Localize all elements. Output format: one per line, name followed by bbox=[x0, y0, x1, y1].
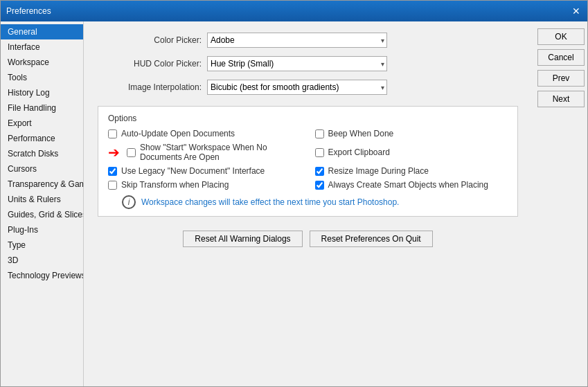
image-interpolation-select[interactable]: Bicubic (best for smooth gradients) bbox=[207, 80, 387, 95]
legacy-label[interactable]: Use Legacy "New Document" Interface bbox=[121, 166, 265, 176]
options-title: Options bbox=[108, 114, 508, 123]
beep-checkbox[interactable] bbox=[315, 129, 324, 138]
sidebar-item-units--rulers[interactable]: Units & Rulers bbox=[1, 192, 83, 207]
sidebar-item-tools[interactable]: Tools bbox=[1, 70, 83, 85]
sidebar-item-performance[interactable]: Performance bbox=[1, 131, 83, 146]
skip-transform-label[interactable]: Skip Transform when Placing bbox=[121, 180, 229, 190]
show-start-label[interactable]: Show "Start" Workspace When No Documents… bbox=[140, 143, 301, 162]
info-text: Workspace changes will take effect the n… bbox=[141, 197, 399, 207]
sidebar-item-transparency--gamut[interactable]: Transparency & Gamut bbox=[1, 177, 83, 192]
sidebar-item-guides-grid--slices[interactable]: Guides, Grid & Slices bbox=[1, 207, 83, 222]
color-picker-select-wrapper: Adobe ▾ bbox=[207, 33, 387, 48]
checkbox-smart-objects: Always Create Smart Objects when Placing bbox=[315, 180, 508, 190]
prev-button[interactable]: Prev bbox=[537, 70, 585, 87]
info-row: i Workspace changes will take effect the… bbox=[122, 195, 508, 209]
sidebar: GeneralInterfaceWorkspaceToolsHistory Lo… bbox=[1, 21, 84, 386]
cancel-button[interactable]: Cancel bbox=[537, 49, 585, 66]
image-interpolation-label: Image Interpolation: bbox=[98, 82, 202, 92]
sidebar-item-interface[interactable]: Interface bbox=[1, 39, 83, 55]
sidebar-item-scratch-disks[interactable]: Scratch Disks bbox=[1, 146, 83, 161]
checkbox-export-clipboard: Export Clipboard bbox=[315, 143, 508, 162]
hud-color-picker-row: HUD Color Picker: Hue Strip (Small) ▾ bbox=[98, 56, 518, 71]
reset-preferences-button[interactable]: Reset Preferences On Quit bbox=[310, 231, 433, 247]
checkbox-legacy: Use Legacy "New Document" Interface bbox=[108, 166, 301, 176]
sidebar-item-cursors[interactable]: Cursors bbox=[1, 161, 83, 177]
sidebar-item-plug-ins[interactable]: Plug-Ins bbox=[1, 222, 83, 237]
legacy-checkbox[interactable] bbox=[108, 167, 117, 176]
preferences-window: Preferences ✕ GeneralInterfaceWorkspaceT… bbox=[0, 0, 588, 387]
reset-warnings-button[interactable]: Reset All Warning Dialogs bbox=[183, 231, 302, 247]
next-button[interactable]: Next bbox=[537, 91, 585, 107]
content-area: GeneralInterfaceWorkspaceToolsHistory Lo… bbox=[1, 21, 587, 386]
options-group: Options Auto-Update Open Documents Beep … bbox=[98, 106, 518, 217]
sidebar-item-type[interactable]: Type bbox=[1, 237, 83, 253]
hud-color-picker-select[interactable]: Hue Strip (Small) bbox=[207, 56, 387, 71]
sidebar-item-file-handling[interactable]: File Handling bbox=[1, 100, 83, 116]
sidebar-item-3d[interactable]: 3D bbox=[1, 253, 83, 268]
action-buttons-row: Reset All Warning Dialogs Reset Preferen… bbox=[98, 231, 518, 247]
checkbox-show-start: ➔ Show "Start" Workspace When No Documen… bbox=[108, 143, 301, 162]
color-picker-row: Color Picker: Adobe ▾ bbox=[98, 33, 518, 48]
show-start-checkbox[interactable] bbox=[127, 148, 136, 157]
window-title: Preferences bbox=[6, 6, 51, 16]
checkbox-auto-update: Auto-Update Open Documents bbox=[108, 129, 301, 138]
export-clipboard-checkbox[interactable] bbox=[315, 148, 324, 157]
hud-color-picker-label: HUD Color Picker: bbox=[98, 59, 202, 69]
image-interpolation-row: Image Interpolation: Bicubic (best for s… bbox=[98, 80, 518, 95]
main-content: Color Picker: Adobe ▾ HUD Color Picker: … bbox=[84, 21, 532, 386]
smart-objects-label[interactable]: Always Create Smart Objects when Placing bbox=[328, 180, 488, 190]
export-clipboard-label[interactable]: Export Clipboard bbox=[328, 147, 390, 157]
sidebar-item-workspace[interactable]: Workspace bbox=[1, 55, 83, 70]
ok-button[interactable]: OK bbox=[537, 28, 585, 45]
image-interpolation-select-wrapper: Bicubic (best for smooth gradients) ▾ bbox=[207, 80, 387, 95]
title-bar: Preferences ✕ bbox=[1, 1, 587, 21]
checkbox-skip-transform: Skip Transform when Placing bbox=[108, 180, 301, 190]
options-grid: Auto-Update Open Documents Beep When Don… bbox=[108, 129, 508, 190]
info-icon: i bbox=[122, 195, 136, 209]
auto-update-label[interactable]: Auto-Update Open Documents bbox=[121, 129, 235, 138]
sidebar-item-export[interactable]: Export bbox=[1, 116, 83, 131]
smart-objects-checkbox[interactable] bbox=[315, 181, 324, 190]
sidebar-item-history-log[interactable]: History Log bbox=[1, 85, 83, 100]
sidebar-item-technology-previews[interactable]: Technology Previews bbox=[1, 268, 83, 283]
color-picker-label: Color Picker: bbox=[98, 35, 202, 45]
skip-transform-checkbox[interactable] bbox=[108, 181, 117, 190]
sidebar-item-general[interactable]: General bbox=[1, 24, 83, 39]
color-picker-select[interactable]: Adobe bbox=[207, 33, 387, 48]
red-arrow-indicator: ➔ bbox=[108, 144, 120, 161]
checkbox-resize: Resize Image During Place bbox=[315, 166, 508, 176]
resize-checkbox[interactable] bbox=[315, 167, 324, 176]
auto-update-checkbox[interactable] bbox=[108, 129, 117, 138]
resize-label[interactable]: Resize Image During Place bbox=[328, 166, 429, 176]
checkbox-beep: Beep When Done bbox=[315, 129, 508, 138]
close-button[interactable]: ✕ bbox=[571, 6, 582, 17]
side-buttons-panel: OK Cancel Prev Next bbox=[532, 21, 587, 386]
hud-color-picker-select-wrapper: Hue Strip (Small) ▾ bbox=[207, 56, 387, 71]
beep-label[interactable]: Beep When Done bbox=[328, 129, 394, 138]
